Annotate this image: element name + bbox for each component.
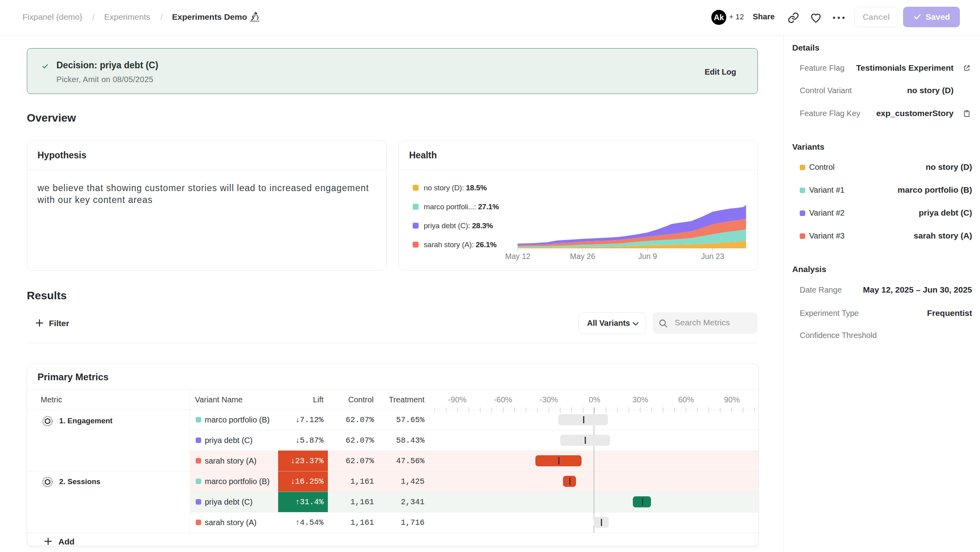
svg-text:Jun 9: Jun 9 [638,252,657,261]
svg-text:Jun 23: Jun 23 [701,252,724,261]
svg-text:May 12: May 12 [505,252,531,261]
svg-text:May 26: May 26 [570,252,595,261]
